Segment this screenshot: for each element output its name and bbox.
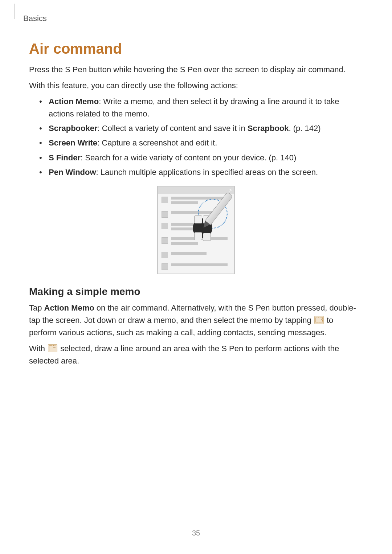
feature-s-finder: S Finder: Search for a wide variety of c… (39, 152, 363, 164)
subsection-title: Making a simple memo (29, 286, 363, 297)
feature-name: Scrapbooker (49, 124, 98, 133)
feature-desc: : Search for a wide variety of content o… (81, 153, 296, 162)
link-to-action-icon (314, 316, 324, 324)
action-memo-ref: Action Memo (44, 303, 94, 312)
text: Tap (29, 303, 44, 312)
breadcrumb: Basics (23, 14, 363, 23)
feature-desc: : Capture a screenshot and edit it. (97, 138, 217, 147)
text: With (29, 344, 47, 353)
intro-paragraph-1: Press the S Pen button while hovering th… (29, 63, 363, 76)
list-item (158, 249, 234, 260)
feature-desc: : Collect a variety of content and save … (98, 124, 248, 133)
list-item (158, 260, 234, 272)
feature-scrapbooker: Scrapbooker: Collect a variety of conten… (39, 122, 363, 135)
feature-name: Pen Window (49, 168, 96, 177)
chevron-right-icon: > (229, 187, 232, 193)
device-mock: > (157, 186, 235, 274)
intro-paragraph-2: With this feature, you can directly use … (29, 79, 363, 92)
link-to-action-icon (48, 344, 57, 352)
margin-rule (15, 4, 20, 19)
device-header: > (158, 186, 234, 194)
text: selected, draw a line around an area wit… (29, 344, 339, 365)
feature-name: Screen Write (49, 138, 97, 147)
fan-petal-icon (194, 232, 202, 240)
feature-pen-window: Pen Window: Launch multiple applications… (39, 166, 363, 178)
feature-desc-tail: . (p. 142) (289, 124, 321, 133)
air-command-illustration: > (29, 186, 363, 274)
section-title: Air command (29, 41, 363, 57)
subsection-paragraph-1: Tap Action Memo on the air command. Alte… (29, 302, 363, 339)
page-number: 35 (0, 529, 392, 537)
fan-petal-icon (194, 216, 202, 223)
feature-ref: Scrapbook (248, 124, 289, 133)
fan-petal-icon (203, 233, 211, 241)
feature-screen-write: Screen Write: Capture a screenshot and e… (39, 137, 363, 149)
subsection-paragraph-2: With selected, draw a line around an are… (29, 342, 363, 367)
feature-name: S Finder (49, 153, 81, 162)
feature-desc: : Launch multiple applications in specif… (96, 168, 318, 177)
feature-list: Action Memo: Write a memo, and then sele… (29, 95, 363, 178)
feature-name: Action Memo (49, 97, 99, 106)
feature-action-memo: Action Memo: Write a memo, and then sele… (39, 95, 363, 120)
